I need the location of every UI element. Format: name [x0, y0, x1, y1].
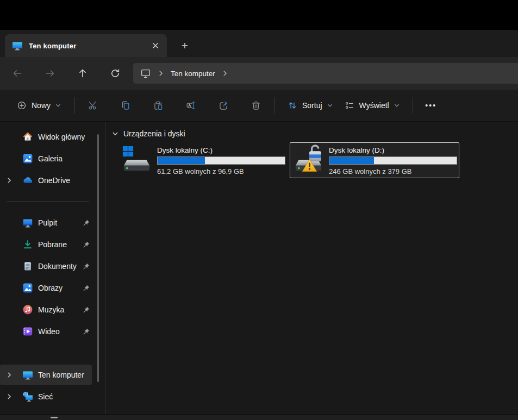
- desktop-background: [0, 0, 518, 30]
- section-devices-and-drives[interactable]: Urządzenia i dyski: [112, 128, 518, 140]
- sidebar-item-home[interactable]: Widok główny: [0, 126, 105, 148]
- toolbar-divider: [413, 97, 413, 114]
- scissors-icon: [88, 100, 98, 111]
- breadcrumb-chevron-icon[interactable]: [220, 70, 230, 77]
- sort-button-label: Sortuj: [302, 101, 322, 110]
- up-arrow-icon: [77, 68, 88, 79]
- new-tab-button[interactable]: +: [176, 36, 194, 55]
- sidebar-item-this-pc[interactable]: Ten komputer: [0, 365, 92, 385]
- pin-icon: [83, 284, 90, 292]
- back-button[interactable]: [8, 64, 27, 83]
- this-pc-icon: [22, 369, 33, 380]
- sidebar-item-gallery[interactable]: Galeria: [0, 148, 105, 170]
- cut-button[interactable]: [82, 96, 104, 115]
- view-button-label: Wyświetl: [359, 101, 389, 110]
- up-button[interactable]: [73, 64, 92, 83]
- desktop-icon: [22, 217, 33, 228]
- capacity-bar-fill: [158, 157, 205, 164]
- share-button[interactable]: [213, 96, 234, 115]
- this-pc-outline-icon[interactable]: [140, 68, 151, 79]
- free-space-text: 61,2 GB wolnych z 96,9 GB: [157, 167, 285, 175]
- sidebar-item-desktop[interactable]: Pulpit: [0, 212, 105, 234]
- tab-title: Ten komputer: [29, 42, 147, 50]
- pin-icon: [83, 328, 90, 335]
- sidebar-item-pictures[interactable]: Obrazy: [0, 277, 105, 299]
- share-icon: [218, 100, 229, 111]
- sidebar-item-label: Obrazy: [38, 284, 63, 292]
- sidebar-item-label: Ten komputer: [38, 371, 84, 379]
- chevron-right-icon[interactable]: [3, 177, 15, 184]
- tab-ten-komputer[interactable]: Ten komputer: [5, 34, 167, 57]
- address-bar[interactable]: Ten komputer: [133, 63, 518, 84]
- sidebar-item-network[interactable]: Sieć: [0, 386, 105, 408]
- circle-plus-icon: [17, 101, 27, 110]
- pin-icon: [83, 219, 90, 227]
- drive-icon: [293, 145, 324, 175]
- drive-icon: [121, 145, 153, 175]
- chevron-right-icon[interactable]: [3, 393, 15, 400]
- breadcrumb-chevron-icon[interactable]: [155, 70, 166, 77]
- music-icon: [22, 304, 33, 315]
- sidebar-item-documents[interactable]: Dokumenty: [0, 255, 105, 277]
- sidebar-item-label: Sieć: [38, 392, 53, 401]
- refresh-button[interactable]: [106, 64, 124, 83]
- forward-button[interactable]: [41, 64, 59, 83]
- delete-button[interactable]: [245, 96, 267, 115]
- horizontal-scrollbar-thumb[interactable]: [51, 417, 58, 418]
- pictures-icon: [22, 283, 33, 293]
- drive-item-d[interactable]: Dysk lokalny (D:) 246 GB wolnych z 379 G…: [290, 142, 459, 178]
- navigation-pane: Widok główny Galeria OneDrive Pulpit: [0, 122, 106, 414]
- sidebar-item-music[interactable]: Muzyka: [0, 299, 105, 321]
- onedrive-icon: [22, 175, 33, 186]
- pin-icon: [83, 262, 90, 270]
- sort-button[interactable]: Sortuj: [282, 96, 339, 115]
- rename-button[interactable]: [180, 96, 202, 115]
- new-button[interactable]: Nowy: [10, 96, 67, 115]
- file-list-area[interactable]: Urządzenia i dyski Dysk lokalny (C:) 61,…: [106, 122, 518, 414]
- rename-icon: [185, 100, 196, 111]
- section-title: Urządzenia i dyski: [123, 129, 185, 138]
- chevron-down-icon: [327, 103, 333, 108]
- pin-icon: [83, 241, 90, 248]
- this-pc-icon: [12, 40, 23, 51]
- more-options-button[interactable]: •••: [420, 96, 442, 115]
- paste-button[interactable]: [147, 96, 169, 115]
- sidebar-item-label: Pulpit: [38, 218, 57, 227]
- sidebar-item-label: Wideo: [38, 327, 60, 336]
- drive-name: Dysk lokalny (D:): [329, 146, 457, 155]
- video-icon: [22, 326, 33, 337]
- pin-icon: [83, 306, 90, 314]
- sidebar-item-label: Dokumenty: [38, 262, 77, 271]
- view-list-icon: [345, 101, 354, 110]
- copy-button[interactable]: [115, 96, 136, 115]
- sidebar-scrollbar[interactable]: [97, 134, 99, 382]
- command-toolbar: Nowy Sortuj Wyświetl •••: [0, 90, 518, 122]
- sidebar-item-videos[interactable]: Wideo: [0, 321, 105, 342]
- sidebar-item-label: Pobrane: [38, 240, 67, 249]
- download-icon: [22, 239, 33, 250]
- trash-icon: [251, 100, 261, 111]
- toolbar-divider: [74, 97, 75, 114]
- sidebar-item-label: Widok główny: [38, 133, 85, 141]
- clipboard-icon: [153, 100, 164, 111]
- sidebar-item-label: OneDrive: [38, 176, 70, 185]
- view-button[interactable]: Wyświetl: [339, 96, 405, 115]
- home-icon: [22, 131, 33, 142]
- copy-icon: [120, 100, 131, 111]
- chevron-right-icon[interactable]: [3, 372, 15, 378]
- tab-close-icon[interactable]: [147, 37, 164, 54]
- back-arrow-icon: [12, 68, 23, 79]
- refresh-icon: [110, 68, 121, 79]
- capacity-bar: [329, 156, 457, 165]
- new-button-label: Nowy: [32, 101, 51, 110]
- chevron-down-icon: [112, 130, 118, 137]
- sidebar-item-downloads[interactable]: Pobrane: [0, 234, 105, 255]
- drive-name: Dysk lokalny (C:): [157, 146, 285, 155]
- windows-logo-icon: [122, 145, 134, 158]
- sidebar-spacer: [0, 342, 105, 364]
- drive-item-c[interactable]: Dysk lokalny (C:) 61,2 GB wolnych z 96,9…: [118, 142, 288, 178]
- toolbar-divider: [274, 97, 274, 114]
- breadcrumb-item-ten-komputer[interactable]: Ten komputer: [171, 70, 215, 78]
- warning-icon: [302, 158, 317, 173]
- sidebar-item-onedrive[interactable]: OneDrive: [0, 170, 105, 191]
